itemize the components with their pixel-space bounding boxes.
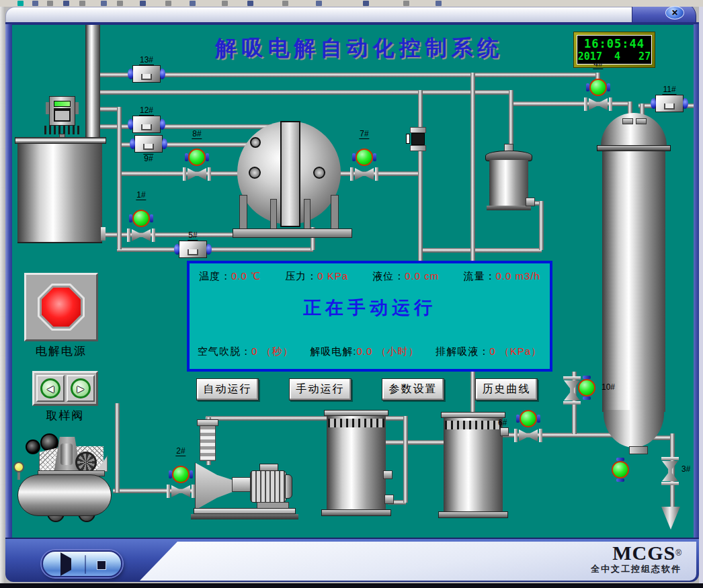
auto-run-button[interactable]: 自动运行	[196, 378, 259, 401]
sphere-nozzle	[313, 167, 325, 179]
agitator-indicator	[54, 101, 71, 107]
column-nozzle-collar	[636, 118, 647, 124]
toolbar-icon-fragment	[47, 1, 53, 6]
valve-label: 11#	[662, 85, 676, 95]
tank1-bottom-nozzle	[384, 495, 394, 504]
valve-9[interactable]: 9#	[134, 135, 163, 153]
valve-indicator[interactable]	[520, 410, 537, 427]
valve-8[interactable]: 8#	[182, 140, 212, 181]
air-strip-value: 0	[251, 345, 257, 357]
valve-1[interactable]: 1#	[126, 201, 156, 243]
power-button-ring	[38, 284, 85, 331]
filter-base	[487, 206, 531, 210]
tank2-body	[444, 418, 503, 514]
toolbar-icon-fragment	[282, 1, 288, 6]
brand-slogan: 全中文工控组态软件	[591, 563, 681, 575]
brand-name: MCGS	[612, 542, 675, 564]
valve-6[interactable]: 6#	[513, 401, 543, 443]
sample-left-button[interactable]: ◀	[36, 375, 65, 402]
tank2-nozzle	[500, 427, 509, 436]
param-settings-button[interactable]: 参数设置	[382, 378, 444, 401]
pipe-horizontal	[117, 247, 313, 252]
valve-11[interactable]: 11#	[655, 95, 684, 112]
drain-lever-knob[interactable]	[13, 462, 24, 472]
toolbar-icon-fragment	[63, 1, 69, 6]
measurement-row: 温度：0.0 ℃ 压力：0 KPa 液位：0.0 cm 流量：0.0 m3/h	[190, 270, 550, 283]
valve-3-body[interactable]	[661, 457, 679, 485]
pipe-horizontal	[418, 248, 542, 253]
valve-label: 12#	[139, 106, 154, 116]
flowmeter-flange-top	[410, 127, 426, 133]
valve-10-indicator[interactable]	[578, 379, 595, 396]
mixing-tank-outlet-flange	[101, 227, 106, 241]
toolbar-icon-fragment	[363, 1, 369, 6]
toolbar-icon-fragment	[101, 1, 107, 6]
power-button[interactable]	[42, 288, 81, 327]
screen-edge-right	[699, 7, 703, 588]
valve-body	[167, 485, 195, 498]
compressor-pulley	[26, 439, 40, 454]
registered-mark: ®	[675, 548, 681, 558]
sphere-leg	[239, 195, 247, 230]
play-button[interactable]	[60, 558, 75, 572]
valve-label: 4#	[593, 60, 603, 69]
pump-baseplate-lower	[191, 514, 298, 519]
tank2-base	[438, 511, 508, 518]
pipe-horizontal	[99, 73, 597, 77]
valve-slot	[143, 144, 154, 150]
valve-label: 1#	[136, 191, 146, 200]
valve-indicator[interactable]	[589, 79, 607, 96]
manual-run-button[interactable]: 手动运行	[289, 378, 352, 401]
toolbar-icon-fragment	[316, 1, 322, 6]
valve-5[interactable]: 5#	[179, 241, 207, 258]
pressure-value: 0 KPa	[317, 270, 348, 282]
toolbar-icon-fragment	[247, 1, 253, 6]
valve-slot	[141, 124, 152, 130]
valve-12[interactable]: 12#	[132, 116, 161, 133]
stop-button[interactable]	[97, 560, 106, 570]
sample-right-button[interactable]: ▶	[67, 375, 95, 402]
pipe-horizontal	[383, 440, 446, 445]
valve-label: 8#	[192, 130, 202, 139]
valve-13[interactable]: 13#	[132, 65, 161, 83]
valve-indicator[interactable]	[356, 149, 373, 166]
toolbar-icon-fragment	[190, 1, 196, 6]
valve-label: 7#	[359, 130, 369, 139]
drain-field: 排解吸液：0 （KPa）	[436, 345, 542, 358]
pipe-vertical	[470, 372, 475, 415]
window-title-band	[5, 7, 694, 23]
history-curve-button[interactable]: 历史曲线	[475, 378, 538, 401]
timer-row: 空气吹脱：0 （秒） 解吸电解:0.0 （小时） 排解吸液：0 （KPa）	[190, 345, 550, 358]
close-button[interactable]: ✕	[665, 6, 684, 19]
instrument-ear-right	[75, 102, 79, 114]
pump-baseplate	[194, 508, 296, 514]
pipe-vertical	[539, 201, 544, 250]
valve-label: 10#	[601, 383, 616, 392]
sphere-base	[233, 228, 352, 238]
valve-indicator[interactable]	[132, 210, 150, 227]
valve-4[interactable]: 4#	[583, 70, 613, 112]
sample-right-arrow-icon: ▶	[77, 384, 84, 394]
tank-agitator-motor	[49, 96, 75, 126]
valve-2[interactable]: 2#	[166, 457, 196, 499]
background-toolbar-strip	[0, 0, 703, 7]
play-icon	[60, 552, 71, 576]
power-button-frame	[24, 273, 98, 341]
tank2-rim	[441, 412, 505, 418]
sphere-leg	[331, 195, 339, 230]
flowmeter-body	[411, 133, 425, 145]
pump-shaft	[232, 477, 251, 492]
toolbar-icon-fragment	[32, 1, 38, 6]
electrolysis-field: 解吸电解:0.0 （小时）	[310, 345, 419, 358]
valve-indicator[interactable]	[188, 149, 206, 166]
valve-7[interactable]: 7#	[349, 140, 379, 181]
valve-indicator[interactable]	[172, 466, 190, 483]
drain-value: 0	[489, 345, 495, 357]
valve-body	[127, 228, 155, 242]
toolbar-icon-fragment	[17, 1, 24, 6]
tank1-vent-slots	[328, 419, 384, 427]
pipe-vertical	[403, 416, 408, 503]
mixing-tank	[17, 144, 102, 243]
valve-3-indicator[interactable]	[612, 461, 629, 478]
flowmeter-tag	[406, 134, 410, 144]
